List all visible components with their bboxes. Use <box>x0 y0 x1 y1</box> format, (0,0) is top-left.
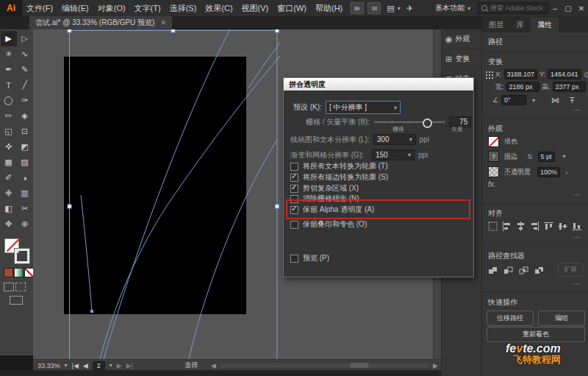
balance-slider-thumb[interactable] <box>423 118 432 128</box>
arrange-documents-icon[interactable]: ▤ <box>387 4 394 13</box>
stroke-weight-field[interactable]: 5 pt <box>538 152 555 162</box>
align-right-icon[interactable] <box>530 221 539 231</box>
preset-select[interactable]: [ 中分辨率 ] ▾ <box>326 101 401 114</box>
x-field[interactable]: 3188.107 <box>504 69 538 79</box>
next-artboard-icon[interactable]: ▶ <box>117 362 122 369</box>
pathfinder-more-options[interactable]: ⋯ <box>573 279 581 288</box>
maximize-button[interactable]: ▢ <box>562 4 575 13</box>
reference-point-icon[interactable] <box>485 71 493 79</box>
balance-slider[interactable] <box>374 121 445 123</box>
align-bottom-icon[interactable] <box>572 221 581 231</box>
stroke-color-swatch[interactable]: ? <box>488 151 499 162</box>
preview-checkbox[interactable] <box>290 255 298 263</box>
pencil-tool-icon[interactable]: ✏ <box>1 108 17 124</box>
handle-top-center[interactable] <box>171 29 175 32</box>
dock-item-appearance[interactable]: ◉ 外观 <box>442 29 482 49</box>
close-button[interactable]: ✕ <box>575 4 588 13</box>
fill-color-swatch[interactable] <box>488 136 499 147</box>
ellipse-tool-icon[interactable]: ◯ <box>1 93 17 108</box>
lineart-resolution-select[interactable]: 300 ▾ <box>373 134 416 145</box>
pathfinder-unite-icon[interactable] <box>488 266 498 276</box>
menu-item-window[interactable]: 窗口(W) <box>273 0 311 16</box>
text-to-outlines-checkbox[interactable] <box>290 163 298 171</box>
menu-item-select[interactable]: 选择(S) <box>165 0 201 16</box>
flip-vertical-icon[interactable]: Ŧ <box>570 96 575 104</box>
handle-mid-left[interactable] <box>68 205 71 208</box>
menu-item-edit[interactable]: 编辑(E) <box>57 0 93 16</box>
bridge-button[interactable]: Br <box>351 2 364 14</box>
stock-button[interactable]: St <box>368 2 381 14</box>
align-center-h-icon[interactable] <box>516 221 526 231</box>
horizontal-scrollbar[interactable] <box>219 362 430 369</box>
draw-normal-icon[interactable] <box>4 283 14 291</box>
pathfinder-minus-front-icon[interactable] <box>503 266 513 276</box>
gradient-mode-button[interactable] <box>14 268 24 277</box>
tab-properties[interactable]: 属性 <box>531 18 559 32</box>
perspective-grid-tool-icon[interactable]: ◩ <box>17 139 33 155</box>
align-top-icon[interactable] <box>544 221 553 231</box>
magic-wand-tool-icon[interactable]: ✳ <box>1 46 17 62</box>
menu-item-help[interactable]: 帮助(H) <box>311 0 347 16</box>
scale-tool-icon[interactable]: ◱ <box>1 124 17 139</box>
strokes-to-outlines-checkbox[interactable] <box>290 174 298 182</box>
screen-mode-icon[interactable] <box>10 296 23 305</box>
selection-tool-icon[interactable]: ▶ <box>1 31 17 46</box>
align-more-options[interactable]: ⋯ <box>573 233 581 242</box>
appearance-more-options[interactable]: ⋯ <box>573 190 581 199</box>
group-button[interactable]: 编组 <box>538 311 585 326</box>
menu-item-view[interactable]: 视图(V) <box>237 0 273 16</box>
symbol-sprayer-tool-icon[interactable]: ❉ <box>1 185 17 201</box>
angle-field[interactable]: 0° <box>501 95 526 105</box>
opacity-swatch-icon[interactable] <box>488 166 499 177</box>
pathfinder-intersect-icon[interactable] <box>519 266 528 276</box>
menu-item-object[interactable]: 对象(O) <box>93 0 130 16</box>
clip-complex-regions-checkbox[interactable] <box>290 185 298 193</box>
anchor-point[interactable] <box>90 310 93 313</box>
height-field[interactable]: 2377 px <box>553 82 586 92</box>
handle-mid-right[interactable] <box>276 205 279 208</box>
share-icon[interactable]: ✈ <box>406 4 413 13</box>
opacity-label[interactable]: 不透明度 <box>504 167 531 177</box>
workspace-switcher[interactable]: 基本功能 <box>435 3 465 13</box>
direct-selection-tool-icon[interactable]: ▷ <box>17 31 33 46</box>
graph-tool-icon[interactable]: ▥ <box>17 185 33 201</box>
flip-horizontal-icon[interactable]: ⋈ <box>551 96 559 105</box>
first-artboard-icon[interactable]: |◀ <box>72 362 79 369</box>
lasso-tool-icon[interactable]: ∿ <box>17 46 33 62</box>
menu-item-file[interactable]: 文件(F) <box>22 0 57 16</box>
puppet-warp-tool-icon[interactable]: ✜ <box>1 139 17 155</box>
preserve-overprint-spot-checkbox[interactable] <box>290 221 298 229</box>
slice-tool-icon[interactable]: ✂ <box>17 201 33 216</box>
stroke-swatch[interactable] <box>15 249 29 263</box>
artboard-dropdown-icon[interactable]: ▾ <box>110 362 112 369</box>
opacity-chevron-icon[interactable]: › <box>565 168 568 177</box>
tab-close-icon[interactable]: ✕ <box>160 19 166 26</box>
curvature-tool-icon[interactable]: ✎ <box>17 62 33 77</box>
dock-item-transform[interactable]: ⊞ 变换 <box>442 49 482 69</box>
handle-top-left[interactable] <box>68 29 71 32</box>
type-tool-icon[interactable]: T <box>1 77 17 93</box>
recolor-button[interactable]: 重新着色 <box>487 327 585 342</box>
align-key-object-icon[interactable] <box>488 221 498 231</box>
stroke-stepper-icon[interactable]: ⇅ <box>527 153 533 160</box>
menu-item-effect[interactable]: 效果(C) <box>201 0 237 16</box>
y-field[interactable]: 1464.041 <box>548 69 581 79</box>
opacity-field[interactable]: 100% <box>537 167 560 177</box>
blend-tool-icon[interactable]: ◑ <box>17 170 33 185</box>
horizontal-scrollbar-thumb[interactable] <box>350 363 369 368</box>
last-artboard-icon[interactable]: ▶| <box>126 362 133 369</box>
align-center-v-icon[interactable] <box>558 221 567 231</box>
tab-layers[interactable]: 图层 <box>482 18 510 32</box>
stock-search-input[interactable]: 搜索 Adobe Stock <box>478 2 548 14</box>
line-tool-icon[interactable]: ╱ <box>17 77 33 93</box>
minimize-button[interactable]: – <box>548 4 562 13</box>
link-dimensions-icon[interactable]: ⊘ <box>584 71 588 79</box>
draw-behind-icon[interactable] <box>15 283 26 291</box>
pen-tool-icon[interactable]: ✒ <box>1 62 17 77</box>
fx-button[interactable]: fx. <box>488 180 496 188</box>
artboard-tool-icon[interactable]: ◧ <box>1 201 17 216</box>
tab-libraries[interactable]: 库 <box>510 18 531 32</box>
document-tab[interactable]: 尝试.ai* @ 33.33% (RGB/GPU 预览) ✕ <box>29 16 172 29</box>
shaper-tool-icon[interactable]: ◈ <box>17 108 33 124</box>
eyedropper-tool-icon[interactable]: ✐ <box>1 170 17 185</box>
